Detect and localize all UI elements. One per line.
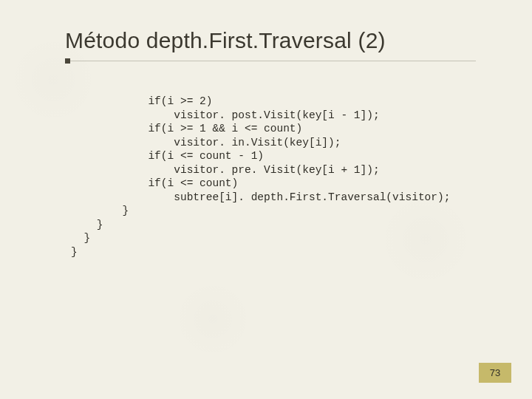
title-underline bbox=[65, 61, 476, 61]
page-number: 73 bbox=[479, 363, 511, 383]
slide: Método depth.First.Traversal (2) if(i >=… bbox=[0, 0, 532, 399]
slide-title: Método depth.First.Traversal (2) bbox=[65, 28, 386, 53]
code-block: if(i >= 2) visitor. post.Visit(key[i - 1… bbox=[71, 95, 450, 259]
